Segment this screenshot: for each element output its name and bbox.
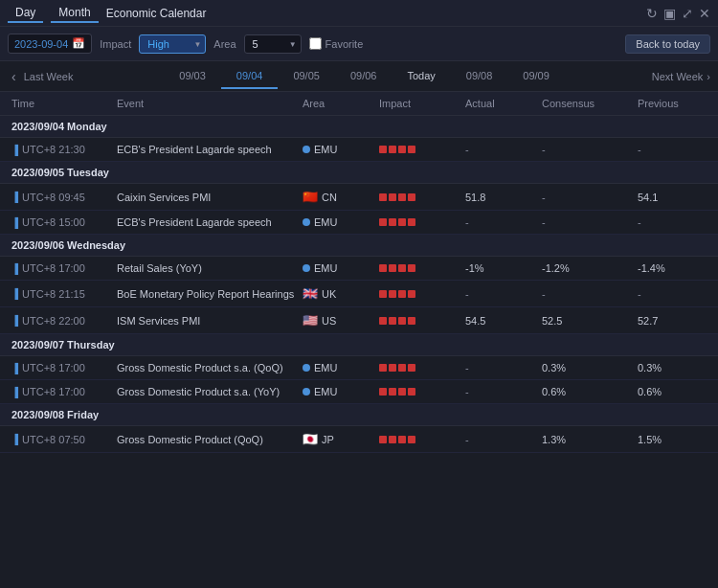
title-bar: Day Month Economic Calendar ↻ ▣ ⤢ ✕ [0,0,718,27]
flag-icon: 🇨🇳 [303,190,318,204]
impact-bar [408,218,415,226]
table-row[interactable]: ▐UTC+8 22:00ISM Services PMI🇺🇸US54.552.5… [0,307,718,334]
event-consensus: - [538,192,634,203]
impact-bar [389,146,396,153]
area-dot-icon [303,146,310,153]
event-name: Gross Domestic Product s.a. (YoY) [113,386,299,397]
impact-bar [379,218,387,226]
nav-date-0905[interactable]: 09/05 [278,64,335,89]
impact-bar [398,364,406,372]
event-actual: - [461,362,538,373]
table-row[interactable]: ▐UTC+8 09:45Caixin Services PMI🇨🇳CN51.8-… [0,184,718,211]
header-actual: Actual [461,96,538,111]
nav-date-0903[interactable]: 09/03 [164,64,221,89]
bookmark-icon: ▐ [11,145,18,155]
content-area: 2023/09/04 Monday▐UTC+8 21:30ECB's Presi… [0,116,718,585]
nav-date-0909[interactable]: 09/09 [507,64,565,89]
window-title: Economic Calendar [106,7,207,20]
impact-bar [398,436,406,443]
impact-bar [379,264,387,272]
impact-bar [379,436,387,443]
nav-date-0908[interactable]: 09/08 [451,64,508,89]
event-previous: 54.1 [634,192,710,203]
table-row[interactable]: ▐UTC+8 17:00Gross Domestic Product s.a. … [0,356,718,380]
next-week-nav[interactable]: Next Week › [652,71,710,82]
event-time: ▐UTC+8 21:15 [8,288,113,300]
bookmark-icon: ▐ [11,288,18,299]
event-time: ▐UTC+8 07:50 [8,434,113,445]
table-row[interactable]: ▐UTC+8 17:00Retail Sales (YoY)EMU-1%-1.2… [0,257,718,281]
area-dot-icon [303,264,310,272]
event-consensus: 52.5 [538,315,634,327]
back-to-today-button[interactable]: Back to today [625,34,710,54]
event-impact [375,290,461,298]
favorite-checkbox[interactable] [309,37,322,50]
refresh-icon[interactable]: ↻ [646,6,658,21]
table-row[interactable]: ▐UTC+8 17:00Gross Domestic Product s.a. … [0,380,718,404]
event-previous: 0.3% [634,362,710,373]
table-row[interactable]: ▐UTC+8 21:15BoE Monetary Policy Report H… [0,281,718,307]
event-name: Caixin Services PMI [113,192,299,203]
flag-icon: 🇬🇧 [303,286,318,301]
impact-bar [408,146,415,153]
header-impact: Impact [375,96,461,111]
date-navigation: 09/03 09/04 09/05 09/06 Today 09/08 09/0… [77,64,651,89]
bookmark-icon: ▐ [11,217,18,228]
tab-day[interactable]: Day [8,4,43,23]
event-consensus: -1.2% [538,262,634,274]
window-controls: ↻ ▣ ⤢ ✕ [646,6,710,21]
impact-bar [389,264,396,272]
impact-bar [408,264,415,272]
close-icon[interactable]: ✕ [699,6,710,21]
event-name: ECB's President Lagarde speech [113,144,299,155]
event-impact [375,388,461,396]
event-time: ▐UTC+8 15:00 [8,216,113,228]
impact-bar [379,193,387,201]
impact-bar [398,317,406,325]
impact-bar [408,364,415,372]
next-week-label: Next Week [652,71,704,82]
bookmark-icon: ▐ [11,192,18,202]
tab-month[interactable]: Month [51,4,98,23]
nav-date-0904[interactable]: 09/04 [221,64,279,89]
event-consensus: 0.3% [538,362,634,373]
impact-bar [398,388,406,396]
event-name: ISM Services PMI [113,315,299,327]
section-header-3: 2023/09/07 Thursday [0,334,718,356]
event-time: ▐UTC+8 17:00 [8,262,113,274]
event-previous: - [634,216,710,228]
nav-date-today[interactable]: Today [392,64,450,89]
layout-icon[interactable]: ▣ [663,6,676,21]
expand-icon[interactable]: ⤢ [682,6,693,21]
impact-dropdown-wrapper: High Medium Low [139,34,206,54]
impact-bar [398,264,406,272]
event-impact [375,436,461,443]
area-dot-icon [303,364,310,372]
event-area: EMU [299,144,375,155]
impact-bar [408,317,415,325]
event-area: 🇺🇸US [299,313,375,328]
impact-label: Impact [100,38,131,50]
event-name: Retail Sales (YoY) [113,262,299,274]
impact-bar [398,146,406,153]
last-week-label[interactable]: Last Week [20,71,78,82]
table-row[interactable]: ▐UTC+8 15:00ECB's President Lagarde spee… [0,211,718,235]
header-time: Time [8,96,113,111]
impact-dropdown[interactable]: High Medium Low [139,34,206,54]
prev-week-arrow[interactable]: ‹ [8,69,20,84]
event-name: BoE Monetary Policy Report Hearings [113,288,299,300]
event-impact [375,193,461,201]
header-previous: Previous [634,96,710,111]
table-row[interactable]: ▐UTC+8 21:30ECB's President Lagarde spee… [0,138,718,162]
event-time: ▐UTC+8 09:45 [8,192,113,203]
table-row[interactable]: ▐UTC+8 07:50Gross Domestic Product (QoQ)… [0,426,718,453]
impact-bar [408,290,415,298]
impact-bar [389,436,396,443]
date-picker[interactable]: 2023-09-04 📅 [8,34,92,54]
area-dropdown[interactable]: 5 All [244,34,302,54]
impact-bar [379,317,387,325]
event-impact [375,317,461,325]
area-dot-icon [303,218,310,226]
nav-date-0906[interactable]: 09/06 [335,64,393,89]
area-dot-icon [303,388,310,396]
